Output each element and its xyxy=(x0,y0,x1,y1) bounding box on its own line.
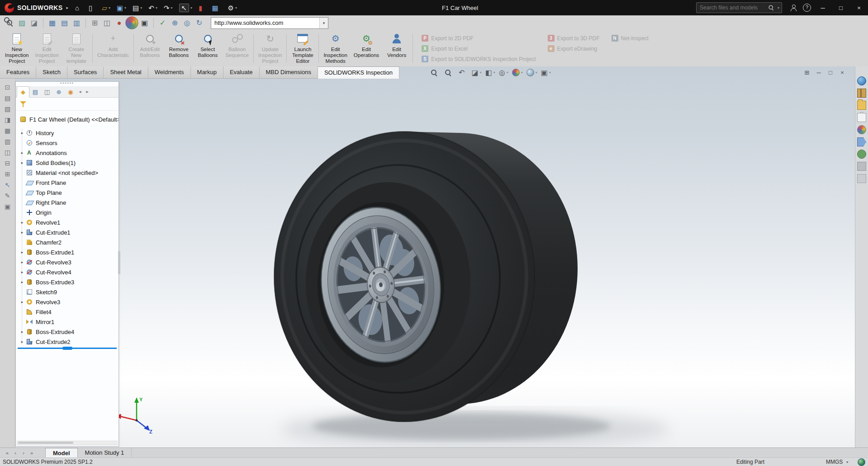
ribbon-button[interactable] xyxy=(413,34,413,63)
url-input[interactable] xyxy=(211,19,319,26)
expand-arrow-icon[interactable] xyxy=(19,230,25,235)
ribbon-button[interactable]: Edit Inspection Project xyxy=(32,30,62,66)
command-tab[interactable]: Features xyxy=(0,66,36,79)
feature-tree-item[interactable]: Front Plane xyxy=(16,178,119,188)
table-template-icon[interactable]: ▤ xyxy=(58,17,71,29)
export-button[interactable]: Export to Excel xyxy=(422,45,536,52)
eraser-icon[interactable]: ◪ xyxy=(28,17,40,29)
feature-tree-item[interactable]: Annotations xyxy=(16,148,119,158)
doc-minimize-icon[interactable]: ─ xyxy=(813,67,825,77)
panel-drag-grip[interactable]: •••••• xyxy=(16,82,119,86)
feature-tree-item[interactable]: Mirror1 xyxy=(16,317,119,327)
add-item-icon[interactable]: ⊕ xyxy=(169,17,181,29)
units-caret-icon[interactable] xyxy=(846,460,848,464)
inspection-addin-icon[interactable] xyxy=(857,162,866,171)
displaymanager-tab[interactable]: ◉ xyxy=(65,87,76,97)
dropdown-caret-icon[interactable] xyxy=(536,71,537,75)
dropdown-caret-icon[interactable] xyxy=(156,6,157,10)
tab-nav-arrow-icon[interactable]: « xyxy=(4,450,11,456)
maximize-button[interactable]: □ xyxy=(832,0,850,15)
redo-icon[interactable]: ↷ xyxy=(161,0,176,15)
ribbon-button[interactable] xyxy=(92,34,93,63)
pane-expand-icon[interactable] xyxy=(857,174,866,183)
tab-nav-arrow-icon[interactable]: › xyxy=(20,450,27,456)
feature-tree-item[interactable]: Boss-Extrude3 xyxy=(16,277,119,287)
search-caret-icon[interactable] xyxy=(778,6,779,10)
feature-tree-item[interactable]: Cut-Revolve4 xyxy=(16,267,119,277)
ribbon-button[interactable]: Update Inspection Project xyxy=(255,30,285,66)
expand-arrow-icon[interactable] xyxy=(19,220,25,225)
new-document-icon[interactable]: ▯ xyxy=(85,0,99,15)
expand-arrow-icon[interactable] xyxy=(19,270,25,274)
ribbon-button[interactable]: Remove Balloons xyxy=(164,30,193,66)
feature-tree-item[interactable]: Cut-Revolve3 xyxy=(16,257,119,267)
ribbon-button[interactable]: Add/Edit Balloons xyxy=(135,30,164,66)
export-button[interactable]: Export to 3D PDF xyxy=(548,35,600,42)
dropdown-caret-icon[interactable] xyxy=(480,71,482,75)
material-cylinder-icon[interactable]: ▮ xyxy=(195,0,209,15)
export-button[interactable]: Export to 2D PDF xyxy=(422,35,536,42)
monitor-icon[interactable]: ▣ xyxy=(138,17,151,29)
document-icon[interactable]: ▦ xyxy=(3,126,13,135)
expand-arrow-icon[interactable] xyxy=(19,300,25,304)
dropdown-caret-icon[interactable] xyxy=(507,71,508,75)
wheel-3d-model[interactable]: Y X Z xyxy=(0,66,868,448)
evaluate-table-icon[interactable]: ▦ xyxy=(209,0,224,15)
menu-expand-icon[interactable]: ▸ xyxy=(66,5,68,10)
featuremanager-tab[interactable]: ◆ xyxy=(17,86,29,98)
apply-scene-icon[interactable] xyxy=(525,67,539,78)
dropdown-caret-icon[interactable] xyxy=(124,6,126,10)
expand-arrow-icon[interactable] xyxy=(19,280,25,284)
feature-tree-item[interactable]: Sketch9 xyxy=(16,287,119,297)
search-input[interactable] xyxy=(699,4,766,11)
bom-table-icon[interactable]: ▦ xyxy=(46,17,58,29)
command-tab[interactable]: Evaluate xyxy=(223,66,260,79)
tab-windows-icon[interactable]: ⊞ xyxy=(801,67,813,77)
design-binder-icon[interactable]: ▤ xyxy=(3,94,13,103)
dropdown-caret-icon[interactable] xyxy=(190,6,192,10)
tree-root-item[interactable]: F1 Car Wheel (Default) <<Default>_Di xyxy=(16,114,119,124)
model-tab[interactable]: Model xyxy=(45,448,78,458)
units-selector[interactable]: MMGS xyxy=(826,459,848,465)
model-tab[interactable]: Motion Study 1 xyxy=(78,448,132,458)
clipboard-icon[interactable]: ⊡ xyxy=(3,83,13,92)
dimxpertmanager-tab[interactable]: ⊕ xyxy=(53,87,65,97)
solidworks-forum-icon[interactable] xyxy=(857,150,866,159)
feature-tree-item[interactable]: Boss-Extrude1 xyxy=(16,247,119,257)
select-tool-icon[interactable]: ↖ xyxy=(3,180,13,189)
feature-tree-item[interactable]: Revolve1 xyxy=(16,217,119,227)
panel-splitter[interactable] xyxy=(118,251,120,274)
feature-tree-item[interactable]: Solid Bodies(1) xyxy=(16,158,119,168)
hide-show-icon[interactable]: ◎ xyxy=(497,68,510,78)
edit-appearance-icon[interactable] xyxy=(510,67,525,78)
dropdown-caret-icon[interactable] xyxy=(549,71,551,75)
dropdown-caret-icon[interactable] xyxy=(235,6,237,10)
expand-arrow-icon[interactable] xyxy=(19,250,25,254)
appearance-multicolor-icon[interactable] xyxy=(125,16,138,29)
feature-tree-item[interactable]: Origin xyxy=(16,207,119,217)
monitor-tool-icon[interactable]: ▣ xyxy=(3,202,13,211)
propertymanager-tab[interactable]: ▤ xyxy=(29,87,41,97)
view-palette-icon[interactable] xyxy=(857,113,866,122)
feature-tree-item[interactable]: Cut-Extrude2 xyxy=(16,337,119,347)
window-pane-icon[interactable]: ◫ xyxy=(101,17,113,29)
options-gear-icon[interactable]: ⚙ xyxy=(225,0,240,15)
ribbon-button[interactable] xyxy=(286,34,287,63)
image-capture-icon[interactable]: ▨ xyxy=(16,17,28,29)
ribbon-button[interactable] xyxy=(318,34,319,63)
help-icon[interactable]: ? xyxy=(800,0,814,15)
net-inspect-button[interactable]: Net-Inspect xyxy=(612,35,649,42)
appearance-red-icon[interactable]: ● xyxy=(113,17,125,29)
separator[interactable] xyxy=(43,18,43,28)
rollback-bar[interactable] xyxy=(18,348,117,349)
pencil-tool-icon[interactable]: ✎ xyxy=(3,191,13,200)
design-library-icon[interactable] xyxy=(857,89,866,98)
ribbon-button[interactable]: Create New template xyxy=(62,30,91,66)
custom-properties-icon[interactable] xyxy=(857,137,866,146)
feature-tree-item[interactable]: Cut-Extrude1 xyxy=(16,227,119,237)
markup-icon[interactable]: ▧ xyxy=(3,104,13,113)
general-table-icon[interactable]: ▥ xyxy=(71,17,83,29)
expand-arrow-icon[interactable] xyxy=(19,131,25,135)
ribbon-button[interactable]: Add Characteristic xyxy=(94,30,132,66)
refresh-icon[interactable]: ↻ xyxy=(193,17,205,29)
